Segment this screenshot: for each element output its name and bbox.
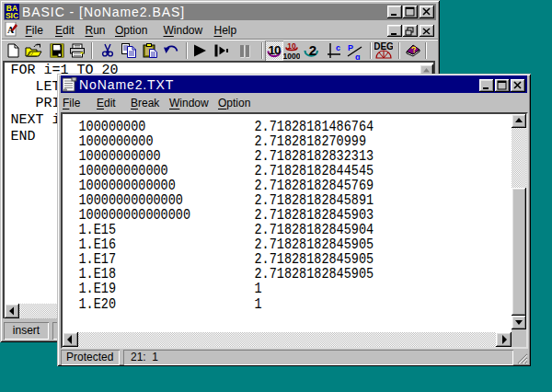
svg-text:2: 2 — [309, 42, 316, 58]
svg-text:10: 10 — [268, 43, 281, 57]
svg-text:q: q — [355, 52, 361, 60]
svg-text:c: c — [336, 43, 340, 52]
svg-text:DEG: DEG — [374, 41, 393, 52]
svg-text:?: ? — [410, 45, 417, 55]
svg-text:SIC: SIC — [6, 11, 18, 19]
svg-text:P: P — [348, 43, 353, 52]
svg-text:1000: 1000 — [283, 52, 300, 60]
